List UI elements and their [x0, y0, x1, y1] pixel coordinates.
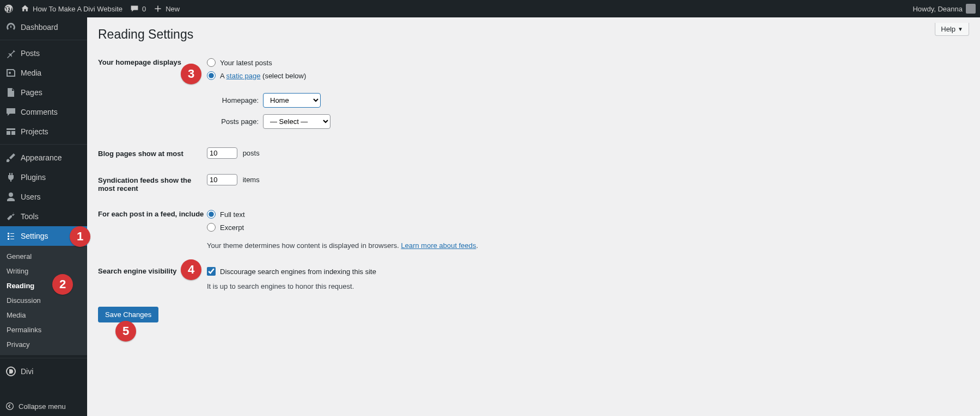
sidebar-item-appearance[interactable]: Appearance — [0, 148, 87, 167]
svg-point-1 — [7, 403, 14, 410]
dashboard-icon — [5, 22, 16, 33]
plug-icon — [5, 172, 16, 183]
suffix-posts: posts — [243, 149, 260, 157]
annotation-badge-4: 4 — [181, 259, 201, 280]
howdy-text: Howdy, Deanna — [912, 5, 963, 13]
page-icon — [5, 87, 16, 98]
comment-icon — [130, 4, 139, 13]
discourage-note: It is up to search engines to honor this… — [207, 278, 642, 290]
settings-icon — [5, 231, 16, 241]
sidebar-item-pages[interactable]: Pages — [0, 83, 87, 102]
submenu-general[interactable]: General — [0, 249, 87, 264]
static-page-link[interactable]: static page — [226, 72, 261, 80]
chevron-down-icon: ▼ — [958, 26, 963, 32]
avatar — [966, 4, 976, 14]
annotation-badge-3: 3 — [181, 64, 201, 84]
sidebar-item-projects[interactable]: Projects — [0, 122, 87, 141]
plus-icon — [154, 4, 162, 13]
label-syndication: Syndication feeds show the most recent — [98, 174, 207, 193]
divi-icon — [5, 366, 16, 377]
select-homepage[interactable]: Home — [263, 93, 321, 108]
radio-fulltext-row[interactable]: Full text — [207, 208, 642, 221]
submenu-discussion[interactable]: Discussion — [0, 293, 87, 308]
home-icon — [21, 4, 29, 13]
new-label: New — [166, 5, 180, 13]
radio-latest-posts-row[interactable]: Your latest posts — [207, 56, 642, 69]
annotation-badge-2: 2 — [52, 274, 73, 295]
radio-latest-posts[interactable] — [207, 58, 216, 67]
feeds-learn-more-link[interactable]: Learn more about feeds — [401, 241, 476, 250]
submenu-writing[interactable]: Writing — [0, 264, 87, 278]
collapse-menu[interactable]: Collapse menu — [0, 396, 87, 416]
media-icon — [5, 67, 16, 78]
comment-icon — [5, 107, 16, 117]
radio-excerpt[interactable] — [207, 223, 216, 232]
suffix-items: items — [243, 176, 260, 184]
sidebar-item-tools[interactable]: Tools — [0, 207, 87, 226]
annotation-badge-5: 5 — [115, 321, 136, 342]
collapse-icon — [5, 402, 14, 411]
input-blog-pages[interactable] — [207, 147, 237, 159]
radio-static-page-row[interactable]: A static page (select below) — [207, 69, 642, 82]
site-title: How To Make A Divi Website — [33, 5, 122, 13]
radio-static-page[interactable] — [207, 71, 216, 80]
submenu-privacy[interactable]: Privacy — [0, 337, 87, 352]
site-link[interactable]: How To Make A Divi Website — [21, 4, 122, 13]
user-icon — [5, 191, 16, 202]
label-blog-pages: Blog pages show at most — [98, 147, 207, 158]
checkbox-discourage[interactable] — [207, 267, 216, 276]
admin-bar: How To Make A Divi Website 0 New Howdy, … — [0, 0, 980, 17]
new-link[interactable]: New — [154, 4, 180, 13]
radio-excerpt-row[interactable]: Excerpt — [207, 221, 642, 234]
checkbox-discourage-row[interactable]: Discourage search engines from indexing … — [207, 265, 642, 278]
brush-icon — [5, 152, 16, 163]
sidebar-item-users[interactable]: Users — [0, 187, 87, 207]
annotation-badge-1: 1 — [70, 226, 90, 247]
sidebar-item-divi[interactable]: Divi — [0, 362, 87, 381]
comments-count: 0 — [142, 5, 146, 13]
label-homepage: Homepage: — [218, 96, 259, 104]
input-syndication[interactable] — [207, 174, 237, 185]
settings-submenu: General Writing Reading 2 Discussion Med… — [0, 246, 87, 355]
sidebar-item-posts[interactable]: Posts — [0, 44, 87, 63]
sidebar-item-media[interactable]: Media — [0, 63, 87, 83]
sidebar-item-comments[interactable]: Comments — [0, 102, 87, 122]
select-posts-page[interactable]: — Select — — [263, 114, 330, 129]
admin-sidebar: Dashboard Posts Media Pages Comments Pro… — [0, 17, 87, 416]
sidebar-item-plugins[interactable]: Plugins — [0, 167, 87, 187]
submenu-media[interactable]: Media — [0, 308, 87, 322]
wrench-icon — [5, 211, 16, 222]
label-feed-include: For each post in a feed, include — [98, 208, 207, 218]
page-title: Reading Settings — [98, 17, 969, 48]
save-button[interactable]: Save Changes — [98, 307, 158, 322]
help-button[interactable]: Help ▼ — [935, 23, 969, 36]
wordpress-icon — [4, 4, 13, 13]
label-posts-page: Posts page: — [218, 117, 259, 126]
projects-icon — [5, 126, 16, 137]
howdy-link[interactable]: Howdy, Deanna — [912, 4, 976, 14]
radio-fulltext[interactable] — [207, 210, 216, 219]
wp-logo[interactable] — [4, 4, 13, 13]
submenu-reading[interactable]: Reading — [0, 278, 87, 293]
feed-hint: Your theme determines how content is dis… — [207, 234, 642, 250]
content-area: Help ▼ Reading Settings Your homepage di… — [87, 17, 980, 416]
comments-link[interactable]: 0 — [130, 4, 146, 13]
pin-icon — [5, 48, 16, 59]
sidebar-item-dashboard[interactable]: Dashboard — [0, 17, 87, 37]
submenu-permalinks[interactable]: Permalinks — [0, 322, 87, 337]
